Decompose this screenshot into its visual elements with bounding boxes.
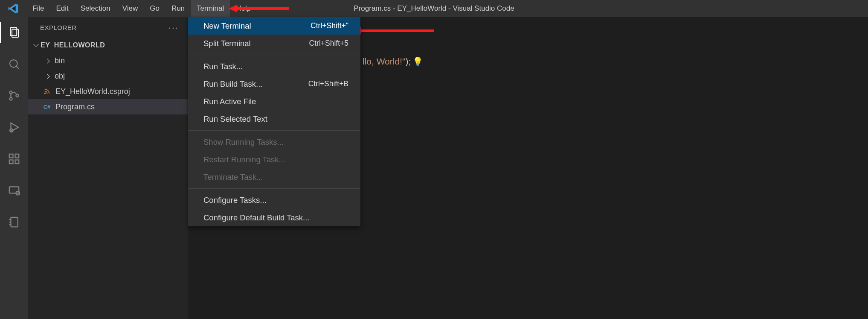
menu-terminal[interactable]: Terminal <box>191 0 230 17</box>
tree-item[interactable]: EY_HelloWorld.csproj <box>28 84 188 99</box>
remote-icon[interactable] <box>0 180 28 201</box>
tree-item[interactable]: obj <box>28 68 188 84</box>
tree-root-label: EY_HELLOWORLD <box>41 41 105 49</box>
extensions-icon[interactable] <box>0 149 28 169</box>
window-title: Program.cs - EY_HelloWorld - Visual Stud… <box>354 4 514 13</box>
vscode-logo-icon <box>0 3 26 14</box>
code-line: llo, World!");💡 <box>363 56 423 67</box>
menu-separator <box>188 188 360 189</box>
menu-item-label: New Terminal <box>203 21 251 31</box>
explorer-title: EXPLORER <box>40 24 77 31</box>
menu-item-shortcut: Ctrl+Shift+5 <box>309 39 348 48</box>
menu-file[interactable]: File <box>26 0 50 17</box>
svg-point-2 <box>10 60 17 67</box>
file-tree: EY_HELLOWORLD binobjEY_HelloWorld.csproj… <box>28 38 188 114</box>
menu-item[interactable]: Run Active File <box>188 93 360 110</box>
menu-view[interactable]: View <box>116 0 144 17</box>
tree-item[interactable]: bin <box>28 53 188 68</box>
tree-item-label: EY_HelloWorld.csproj <box>55 87 130 96</box>
menu-separator <box>188 130 360 131</box>
menu-item[interactable]: Configure Tasks... <box>188 191 360 209</box>
menu-go[interactable]: Go <box>144 0 165 17</box>
notebook-icon[interactable] <box>0 212 28 232</box>
menu-item[interactable]: Run Task... <box>188 58 360 75</box>
tree-item-label: bin <box>55 56 65 65</box>
terminal-menu-dropdown: New TerminalCtrl+Shift+"Split TerminalCt… <box>188 17 360 226</box>
menu-item[interactable]: Configure Default Build Task... <box>188 209 360 226</box>
svg-point-8 <box>10 129 13 132</box>
explorer-more-button[interactable]: ··· <box>168 23 178 32</box>
menu-item-label: Configure Default Build Task... <box>203 213 310 222</box>
svg-rect-13 <box>9 187 19 193</box>
tree-item-label: obj <box>55 72 65 81</box>
menu-item-label: Restart Running Task... <box>203 155 285 164</box>
menu-item[interactable]: Split TerminalCtrl+Shift+5 <box>188 35 360 52</box>
explorer-sidebar: EXPLORER ··· EY_HELLOWORLD binobjEY_Hell… <box>28 17 188 319</box>
menu-item[interactable]: Run Build Task...Ctrl+Shift+B <box>188 75 360 93</box>
svg-point-5 <box>9 97 12 100</box>
menu-item: Show Running Tasks... <box>188 133 360 151</box>
svg-point-6 <box>16 94 18 97</box>
titlebar: FileEditSelectionViewGoRunTerminalHelp P… <box>0 0 868 17</box>
csharp-icon: C# <box>43 104 51 110</box>
menu-item-label: Run Task... <box>203 62 243 71</box>
menu-item: Restart Running Task... <box>188 151 360 168</box>
tree-item[interactable]: C#Program.cs <box>28 99 188 114</box>
run-debug-icon[interactable] <box>0 117 28 138</box>
menu-item-label: Run Build Task... <box>203 79 262 89</box>
svg-rect-9 <box>9 154 13 158</box>
svg-rect-11 <box>15 160 19 164</box>
svg-point-4 <box>9 91 12 94</box>
tree-item-label: Program.cs <box>55 102 95 111</box>
tree-root[interactable]: EY_HELLOWORLD <box>28 38 188 53</box>
svg-rect-10 <box>9 160 13 164</box>
lightbulb-icon[interactable]: 💡 <box>412 56 423 67</box>
menu-selection[interactable]: Selection <box>75 0 116 17</box>
search-icon[interactable] <box>0 54 28 74</box>
menu-edit[interactable]: Edit <box>50 0 74 17</box>
chevron-down-icon <box>34 41 38 49</box>
svg-rect-15 <box>11 217 18 227</box>
svg-marker-7 <box>11 123 19 132</box>
explorer-icon[interactable] <box>0 22 28 43</box>
explorer-header: EXPLORER ··· <box>28 17 188 38</box>
menu-item-label: Configure Tasks... <box>203 196 267 205</box>
rss-icon <box>43 88 51 95</box>
menu-item-label: Split Terminal <box>203 39 251 48</box>
menu-item-label: Run Selected Text <box>203 114 267 124</box>
menu-run[interactable]: Run <box>165 0 191 17</box>
menu-item-label: Terminate Task... <box>203 173 263 182</box>
menu-item: Terminate Task... <box>188 168 360 186</box>
svg-point-19 <box>44 93 45 94</box>
menu-item-label: Show Running Tasks... <box>203 138 284 147</box>
svg-line-3 <box>16 66 19 69</box>
chevron-right-icon <box>44 56 50 65</box>
menu-item-shortcut: Ctrl+Shift+" <box>311 21 348 30</box>
menu-separator <box>188 55 360 55</box>
menu-item[interactable]: New TerminalCtrl+Shift+" <box>188 17 360 35</box>
menu-item-shortcut: Ctrl+Shift+B <box>308 79 348 88</box>
source-control-icon[interactable] <box>0 85 28 106</box>
menu-item-label: Run Active File <box>203 97 256 106</box>
activity-bar <box>0 17 28 319</box>
menu-help[interactable]: Help <box>230 0 257 17</box>
svg-rect-12 <box>15 154 19 158</box>
menu-item[interactable]: Run Selected Text <box>188 110 360 128</box>
chevron-right-icon <box>44 72 50 81</box>
menu-bar: FileEditSelectionViewGoRunTerminalHelp <box>26 0 257 17</box>
